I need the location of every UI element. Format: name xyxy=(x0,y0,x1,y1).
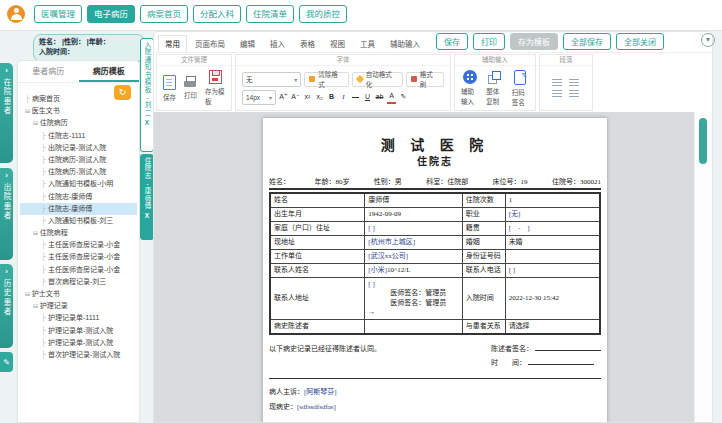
complaint-value[interactable]: [阿斯琴芬] xyxy=(304,388,337,396)
tree-item[interactable]: 主任医师查房记录-小金 xyxy=(20,251,137,263)
font-size-dropdown[interactable]: 14px ▾ xyxy=(242,90,276,105)
tree-item[interactable]: 入院通知书模板-刘三 xyxy=(20,215,137,227)
field-value[interactable]: 2022-12-30 15:42 xyxy=(505,278,600,320)
increase-font-button[interactable]: A⁺ xyxy=(279,91,288,103)
field-value[interactable]: 康师傅 xyxy=(365,193,462,208)
field-value[interactable]: 1 xyxy=(505,193,600,208)
tree-item[interactable]: 住院病历 xyxy=(20,117,137,129)
assist-input-button[interactable]: 辅助输入 xyxy=(461,70,478,106)
strike-text-button[interactable]: ab xyxy=(375,91,384,103)
font-color-button[interactable]: A xyxy=(387,90,396,104)
relation-select[interactable]: 请选择 xyxy=(505,320,600,335)
field-value[interactable]: [小米]10^12/L xyxy=(365,264,462,278)
ribbon-tab-page-layout[interactable]: 页面布局 xyxy=(188,35,232,52)
tree-item[interactable]: 住院病历-测试入院 xyxy=(20,154,137,166)
align-right-icon[interactable] xyxy=(552,90,562,97)
ribbon-print-button[interactable]: 打印 xyxy=(184,76,197,100)
close-icon[interactable]: X xyxy=(145,212,149,219)
nav-tab-assign-department[interactable]: 分配入科 xyxy=(193,5,241,23)
scrollbar-thumb[interactable] xyxy=(699,118,707,164)
field-value[interactable]: [ ] xyxy=(505,264,600,278)
tree-item[interactable]: 住院志-1111 xyxy=(20,130,137,142)
clear-format-button[interactable]: 清除格式 xyxy=(304,72,349,87)
print-button[interactable]: 打印 xyxy=(473,33,505,50)
highlight-pen-button[interactable]: ✎ xyxy=(399,91,408,103)
decrease-font-button[interactable]: A⁻ xyxy=(291,91,300,103)
document-canvas[interactable]: 测 试 医 院 住院志 姓名： 年龄：80岁 性别：男 科室：住院部 床位号：1… xyxy=(154,112,712,422)
tab-record-templates[interactable]: 病历模板 xyxy=(79,61,140,82)
ribbon-save-button[interactable]: 保存 xyxy=(163,75,176,102)
tree-item[interactable]: 住院志-康师傅 xyxy=(20,191,137,203)
font-name-dropdown[interactable]: 无 ▾ xyxy=(242,72,301,87)
tree-item[interactable]: 出院记录-测试入院 xyxy=(20,142,137,154)
nav-tab-orders[interactable]: 医嘱管理 xyxy=(34,5,82,23)
ribbon-tab-edit[interactable]: 编辑 xyxy=(233,35,262,52)
document-page[interactable]: 测 试 医 院 住院志 姓名： 年龄：80岁 性别：男 科室：住院部 床位号：1… xyxy=(263,118,607,422)
tree-item[interactable]: 护理记录单-测试入院 xyxy=(20,337,137,349)
tree-item[interactable]: 护理记录 xyxy=(20,300,137,312)
collapse-toolbar-button[interactable]: ▾ xyxy=(701,33,715,47)
ribbon-save-template-button[interactable]: 存为模板 xyxy=(205,70,225,106)
ribbon-tab-assist-input[interactable]: 辅助输入 xyxy=(383,35,427,52)
time-blank[interactable] xyxy=(528,357,594,365)
ribbon-tab-insert[interactable]: 插入 xyxy=(263,35,292,52)
save-all-button[interactable]: 全部保存 xyxy=(563,33,611,50)
tree-item[interactable]: 入院通知书模板-小明 xyxy=(20,178,137,190)
save-as-template-button[interactable]: 存为模板 xyxy=(510,33,558,50)
field-value[interactable]: 未婚 xyxy=(505,236,600,250)
auto-format-button[interactable]: 自动格式化 xyxy=(352,72,403,87)
field-value[interactable]: [武汉xx公司] xyxy=(365,250,462,264)
close-icon[interactable]: X xyxy=(145,119,149,126)
nav-tab-medical-record-home[interactable]: 病案首页 xyxy=(140,5,188,23)
user-avatar[interactable] xyxy=(7,5,25,23)
field-value[interactable] xyxy=(505,250,600,264)
tree-item[interactable]: 首次护理记录-测试入院 xyxy=(20,349,137,361)
ribbon-tab-common[interactable]: 常用 xyxy=(158,35,187,52)
accordion-inpatients[interactable]: › 在院患者 xyxy=(0,63,13,163)
signature-blank[interactable] xyxy=(535,343,601,351)
field-value[interactable] xyxy=(365,320,462,335)
tree-item[interactable]: 医生文书 xyxy=(20,105,137,117)
tree-item[interactable]: 护理记录单-测试入院 xyxy=(20,325,137,337)
accordion-history[interactable]: › 历史患者 xyxy=(0,264,13,348)
underline-button[interactable]: U xyxy=(363,91,372,103)
field-value[interactable]: [ ] 医师签名：管理员 医师签名：管理员 → xyxy=(365,278,462,320)
format-painter-button[interactable]: 格式刷 xyxy=(406,72,444,87)
save-button[interactable]: 保存 xyxy=(436,33,468,50)
close-all-button[interactable]: 全部关闭 xyxy=(616,33,664,50)
strikethrough-button[interactable]: — xyxy=(351,91,360,103)
doc-tab-admission-record-active[interactable]: 住院志-康师傅 X xyxy=(140,154,154,240)
present-illness-value[interactable]: [sdfssdfsdfas] xyxy=(297,403,336,411)
doc-tab-admission-notice[interactable]: 入院通知书模板-刘二 X xyxy=(140,38,154,152)
field-value[interactable]: [无] xyxy=(505,208,600,222)
subscript-button[interactable]: x₂ xyxy=(315,91,324,103)
refresh-button[interactable]: ↻ xyxy=(114,85,131,100)
tree-item[interactable]: 护士文书 xyxy=(20,288,137,300)
tree-item[interactable]: 住院病程 xyxy=(20,227,137,239)
nav-tab-my-qc[interactable]: 我的质控 xyxy=(299,5,347,23)
field-value[interactable]: [ - ] xyxy=(505,222,600,236)
tab-patient-records[interactable]: 患者病历 xyxy=(18,61,79,82)
nav-tab-inpatient-list[interactable]: 住院清单 xyxy=(246,5,294,23)
copy-all-button[interactable]: 整体复制 xyxy=(486,71,503,106)
italic-button[interactable]: I xyxy=(339,91,348,103)
contact-address-value[interactable]: [ ] xyxy=(368,280,458,290)
tree-item[interactable]: 主任医师查房记录-小金 xyxy=(20,264,137,276)
field-value[interactable]: [杭州市上城区] xyxy=(365,236,462,250)
field-value[interactable]: [ ] xyxy=(365,222,462,236)
scan-sign-button[interactable]: 扫码签名 xyxy=(512,70,529,107)
editor-scrollbar[interactable] xyxy=(694,112,712,422)
ribbon-tab-tools[interactable]: 工具 xyxy=(353,35,382,52)
field-value[interactable]: 1942-09-09 xyxy=(365,208,462,222)
ribbon-tab-table[interactable]: 表格 xyxy=(293,35,322,52)
ribbon-tab-view[interactable]: 视图 xyxy=(323,35,352,52)
tree-item[interactable]: 首次病程记录-刘三 xyxy=(20,276,137,288)
nav-tab-emr[interactable]: 电子病历 xyxy=(87,5,135,23)
align-left-icon[interactable] xyxy=(552,79,562,86)
align-center-icon[interactable] xyxy=(569,79,579,86)
tree-item[interactable]: 主任医师查房记录-小金 xyxy=(20,239,137,251)
contact-name-value[interactable]: [小米] xyxy=(368,266,387,274)
accordion-discharged[interactable]: › 出院患者 xyxy=(0,168,13,260)
tree-item[interactable]: 住院病历-测试入院 xyxy=(20,166,137,178)
tree-item[interactable]: 护理记录单-1111 xyxy=(20,312,137,324)
